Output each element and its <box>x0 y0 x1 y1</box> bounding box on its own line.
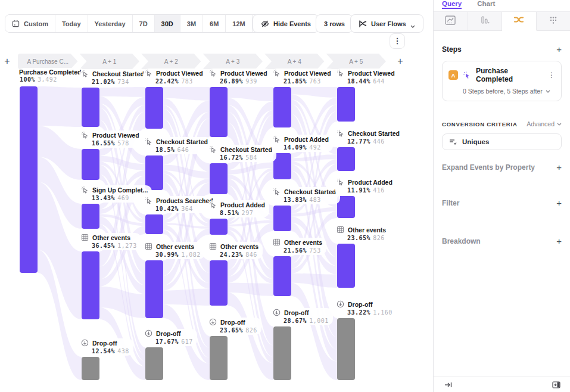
dropoff-node-2[interactable] <box>145 347 163 380</box>
node-label[interactable]: Drop-off33.22%1,160 <box>335 300 397 317</box>
node-event-name: Products Searched <box>156 197 213 204</box>
event-node-3[interactable] <box>210 163 228 194</box>
node-label[interactable]: Checkout Started16.72%584 <box>207 145 276 162</box>
advanced-dropdown[interactable]: Advanced <box>527 120 562 127</box>
event-node-4[interactable] <box>273 87 291 127</box>
node-label[interactable]: Other events21.56%753 <box>271 238 326 255</box>
node-label[interactable]: Product Viewed22.42%783 <box>143 69 207 86</box>
event-node-0[interactable] <box>20 86 38 273</box>
autocapture-cursor-icon <box>81 131 89 139</box>
column-header-4[interactable]: A + 4 <box>264 54 325 69</box>
node-label[interactable]: Other events36.45%1,273 <box>79 233 141 250</box>
node-label[interactable]: Drop-off12.54%438 <box>79 338 133 356</box>
event-node-1[interactable] <box>82 251 99 319</box>
section-add-button[interactable]: + <box>556 199 562 207</box>
node-event-name: Checkout Started <box>220 146 272 153</box>
event-node-4[interactable] <box>273 256 291 296</box>
event-node-2[interactable] <box>145 87 163 129</box>
counting-mode-select[interactable]: Uniques <box>442 133 562 150</box>
node-label[interactable]: Checkout Started21.02%734 <box>79 69 148 86</box>
node-label[interactable]: Product Added14.09%492 <box>271 135 333 152</box>
node-label[interactable]: Drop-off28.67%1,001 <box>271 308 333 325</box>
section-add-button[interactable]: + <box>556 163 562 172</box>
dropoff-node-5[interactable] <box>337 318 355 380</box>
node-label[interactable]: Product Viewed16.55%578 <box>79 130 144 148</box>
event-node-3[interactable] <box>210 87 228 137</box>
node-label[interactable]: Checkout Started18.5%646 <box>143 137 212 154</box>
autocapture-cursor-icon <box>209 69 217 77</box>
node-event-name: Drop-off <box>156 330 180 337</box>
node-label[interactable]: Product Added8.51%297 <box>207 200 269 217</box>
node-label[interactable]: Other events30.99%1,082 <box>143 242 205 259</box>
add-step-button[interactable]: + <box>556 45 562 54</box>
dock-panel-icon[interactable] <box>552 381 560 388</box>
step-range-toggle[interactable]: 0 Steps before, 5 Steps after <box>463 88 555 95</box>
event-node-5[interactable] <box>337 87 355 122</box>
event-node-4[interactable] <box>273 206 291 231</box>
column-header-label: A + 2 <box>164 58 178 65</box>
drop-off-icon <box>273 309 281 317</box>
autocapture-cursor-icon <box>273 188 281 196</box>
chart-type-bar-tab[interactable] <box>468 12 503 30</box>
node-count: 783 <box>181 78 193 85</box>
chart-type-flow-tab[interactable] <box>502 12 537 31</box>
section-breakdown[interactable]: Breakdown+ <box>442 237 562 245</box>
step-card[interactable]: A Purchase Completed ⋮ 0 Steps before, 5… <box>442 61 562 101</box>
node-label[interactable]: Product Viewed18.44%644 <box>335 69 399 86</box>
collapse-panel-icon[interactable] <box>444 381 453 388</box>
event-node-2[interactable] <box>145 260 163 318</box>
node-label[interactable]: Checkout Started13.83%483 <box>271 187 340 204</box>
event-node-5[interactable] <box>337 244 355 288</box>
node-event-name: Drop-off <box>92 340 117 347</box>
event-node-5[interactable] <box>337 147 355 171</box>
tab-query[interactable]: Query <box>442 0 462 9</box>
node-label[interactable]: Other events23.65%826 <box>335 225 390 242</box>
event-node-1[interactable] <box>82 88 99 127</box>
node-label[interactable]: Drop-off17.67%617 <box>143 329 197 346</box>
chart-type-more-tab[interactable] <box>537 12 570 30</box>
node-label[interactable]: Product Viewed26.89%939 <box>207 69 272 86</box>
event-node-1[interactable] <box>82 204 99 229</box>
event-node-2[interactable] <box>145 214 163 234</box>
step-kebab-button[interactable]: ⋮ <box>548 71 555 79</box>
column-header-5[interactable]: A + 5 <box>326 54 387 69</box>
event-node-1[interactable] <box>82 149 99 180</box>
node-label[interactable]: Sign Up Complet...13.43%469 <box>79 185 152 203</box>
node-count: 1,273 <box>117 242 137 249</box>
column-header-label: A + 1 <box>102 58 116 65</box>
node-event-name: Product Viewed <box>348 70 395 77</box>
node-label[interactable]: Other events24.23%846 <box>207 242 263 259</box>
node-label[interactable]: Purchase Completed100%3,492 <box>17 68 85 84</box>
column-header-3[interactable]: A + 3 <box>203 54 263 69</box>
node-event-name: Product Added <box>220 201 265 209</box>
section-filter[interactable]: Filter+ <box>442 199 562 207</box>
event-node-3[interactable] <box>210 219 228 235</box>
tab-chart[interactable]: Chart <box>477 0 495 9</box>
node-label[interactable]: Checkout Started12.77%446 <box>335 129 404 146</box>
event-node-3[interactable] <box>210 260 228 306</box>
node-percent: 18.5% <box>155 147 175 153</box>
node-event-name: Product Added <box>348 179 393 186</box>
dropoff-node-4[interactable] <box>273 326 291 380</box>
column-header-1[interactable]: A + 1 <box>80 54 140 69</box>
dropoff-node-1[interactable] <box>82 357 99 380</box>
node-label[interactable]: Products Searched10.42%364 <box>143 196 217 213</box>
add-column-right-button[interactable]: + <box>394 55 406 67</box>
section-expand-events-by-property[interactable]: Expand Events by Property+ <box>442 163 562 172</box>
chart-type-line-tab[interactable] <box>434 12 468 30</box>
flow-ribbon <box>163 87 210 101</box>
node-percent: 100% <box>20 76 35 83</box>
node-label[interactable]: Product Added11.91%416 <box>335 178 397 195</box>
add-column-left-button[interactable]: + <box>1 55 13 67</box>
drop-off-icon <box>209 318 217 326</box>
more-chart-types-icon <box>548 15 559 27</box>
column-headers: A Purchase C...A + 1A + 2A + 3A + 4A + 5 <box>18 54 386 69</box>
node-label[interactable]: Product Viewed21.85%763 <box>271 69 335 86</box>
column-header-0[interactable]: A Purchase C... <box>18 54 78 69</box>
section-add-button[interactable]: + <box>556 237 562 245</box>
column-header-2[interactable]: A + 2 <box>141 54 201 69</box>
event-node-2[interactable] <box>145 155 163 190</box>
node-label[interactable]: Drop-off23.65%826 <box>207 318 261 335</box>
dropoff-node-3[interactable] <box>210 336 228 380</box>
chart-type-tabs <box>434 11 570 31</box>
